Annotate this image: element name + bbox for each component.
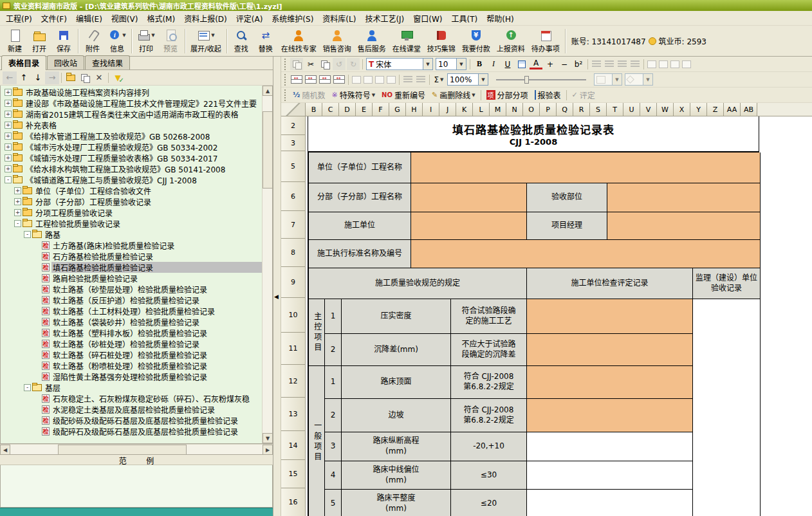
collapse-icon[interactable]: -: [24, 384, 31, 391]
expand-icon[interactable]: +: [5, 154, 12, 161]
dropdown-icon[interactable]: ▼: [423, 59, 432, 69]
tab-table-catalog[interactable]: 表格目录: [1, 55, 46, 70]
expand-icon[interactable]: +: [14, 198, 21, 205]
column-header[interactable]: U: [623, 103, 640, 116]
scroll-left-icon[interactable]: ◀: [0, 445, 10, 455]
row-header[interactable]: 14: [281, 431, 305, 460]
row-header[interactable]: 13: [281, 398, 305, 431]
menu-item[interactable]: 资料上报(D): [180, 11, 232, 26]
align-center-button[interactable]: [605, 60, 614, 68]
scroll-down-icon[interactable]: ▼: [263, 433, 273, 443]
tree-item[interactable]: 检软土路基（砂桩处理）检验批质量检验记录: [1, 338, 262, 349]
delete-node-button[interactable]: ✕: [92, 71, 106, 84]
row-header[interactable]: 8: [281, 239, 305, 267]
column-header[interactable]: H: [406, 103, 423, 116]
item-eval-input[interactable]: [527, 490, 693, 516]
find-button[interactable]: 查找: [229, 27, 254, 55]
row-header[interactable]: 16: [281, 488, 305, 516]
column-header[interactable]: X: [674, 103, 690, 116]
column-header[interactable]: J: [439, 103, 456, 116]
column-header[interactable]: AA: [724, 103, 741, 116]
select-all-corner[interactable]: [281, 103, 306, 116]
filter-button[interactable]: ▼✓: [111, 71, 125, 84]
tree-item[interactable]: +补充表格: [1, 120, 262, 131]
item-eval-input[interactable]: [527, 366, 693, 399]
toolbar-grip[interactable]: [284, 74, 287, 86]
border-all-button[interactable]: [647, 60, 656, 68]
merge-across-button[interactable]: [305, 75, 317, 84]
tree-item[interactable]: 检水泥稳定土类基层及底基层检验批质量检验记录: [1, 404, 262, 415]
supervise-record-cell[interactable]: [693, 299, 761, 516]
slider-thumb[interactable]: [524, 76, 529, 84]
column-header[interactable]: E: [356, 103, 373, 116]
insert-column-button[interactable]: [364, 76, 373, 84]
print-button[interactable]: ▼打印: [134, 27, 158, 55]
back-arrow-icon[interactable]: ←: [3, 71, 17, 84]
standard-name-input[interactable]: [411, 240, 761, 268]
subunit-name-input[interactable]: [411, 183, 527, 212]
menu-item[interactable]: 窗口(W): [409, 11, 447, 26]
down-arrow-icon[interactable]: ↓: [31, 71, 45, 84]
copy-button[interactable]: [318, 58, 331, 70]
bold-button[interactable]: B: [473, 58, 486, 70]
tree-item[interactable]: +《给排水管道工程施工及验收规范》GB 50268-2008: [1, 131, 262, 142]
column-header[interactable]: G: [389, 103, 406, 116]
tab-recycle-bin[interactable]: 回收站: [47, 55, 84, 69]
tree-item[interactable]: 检湿陷性黄土路基强夯处理检验批质量检验记录: [1, 371, 262, 382]
tree-item[interactable]: +市政基础设施工程档案资料内容排列: [1, 87, 262, 98]
dropdown-icon[interactable]: ▼: [478, 74, 488, 85]
row-header[interactable]: 10: [281, 298, 305, 333]
row-height-button[interactable]: [416, 76, 425, 83]
expand-icon[interactable]: +: [5, 111, 12, 118]
tree-item[interactable]: 检软土路基（粉喷桩处理）检验批质量检验记录: [1, 360, 262, 371]
tree-item[interactable]: -路基: [1, 229, 262, 240]
tree-item[interactable]: 检软土路基（反压护道）检验批质量检验记录: [1, 295, 262, 306]
item-eval-input[interactable]: [527, 334, 693, 366]
underline-button[interactable]: U: [501, 58, 514, 70]
menu-item[interactable]: 帮助(H): [482, 11, 518, 26]
scroll-up-icon[interactable]: ▲: [263, 86, 273, 96]
copy-node-button[interactable]: [78, 71, 92, 84]
subitem-button[interactable]: 项分部分项: [483, 89, 531, 102]
tree-item[interactable]: 检软土路基（塑料排水板）检验批质量检验记录: [1, 327, 262, 338]
tree-item[interactable]: +建设部《市政基础设施工程施工技术文件管理规定》221号文件主要: [1, 98, 262, 109]
align-left-button[interactable]: [592, 60, 601, 68]
up-arrow-icon[interactable]: ↑: [17, 71, 31, 84]
column-header[interactable]: F: [373, 103, 389, 116]
tree-item[interactable]: +分项工程质量验收记录: [1, 207, 262, 218]
dropdown-icon[interactable]: ▼: [643, 74, 652, 85]
dropdown-icon[interactable]: ▼: [456, 59, 466, 69]
font-family-select[interactable]: T宋体▼: [366, 58, 433, 70]
delete-column-button[interactable]: [387, 76, 396, 84]
menu-item[interactable]: 工程(P): [1, 11, 37, 26]
menu-item[interactable]: 格式(M): [142, 11, 180, 26]
merge-cells-button[interactable]: [291, 75, 302, 84]
expand-collapse-button[interactable]: ▼展开/收起: [187, 27, 225, 55]
column-header[interactable]: K: [456, 103, 473, 116]
column-header[interactable]: I: [423, 103, 439, 116]
italic-button[interactable]: I: [487, 58, 500, 70]
tree-item[interactable]: 检软土路基（碎石桩处理）检验批质量检验记录: [1, 349, 262, 360]
scroll-right-icon[interactable]: ▶: [263, 445, 273, 455]
redo-button[interactable]: ↻: [347, 58, 360, 70]
tree-item[interactable]: +《城市污水处理厂工程质量验收规范》GB 50334-2002: [1, 142, 262, 152]
dropdown-icon[interactable]: ▼: [440, 77, 443, 82]
dropdown-icon[interactable]: ▼: [122, 33, 125, 38]
acceptance-part-input[interactable]: [607, 183, 761, 212]
column-header[interactable]: M: [490, 103, 506, 116]
item-eval-input[interactable]: [527, 399, 693, 432]
column-header[interactable]: D: [339, 103, 356, 116]
after-sales-button[interactable]: 售后服务: [355, 27, 389, 55]
menu-item[interactable]: 系统维护(S): [267, 11, 318, 26]
zoom-slider[interactable]: [496, 79, 586, 80]
menu-item[interactable]: 工具(T): [447, 11, 483, 26]
new-button[interactable]: 新建: [3, 27, 27, 55]
column-header[interactable]: AB: [741, 103, 757, 116]
column-header[interactable]: S: [590, 103, 607, 116]
upload-data-button[interactable]: 上报资料: [494, 27, 528, 55]
column-header[interactable]: P: [540, 103, 557, 116]
online-class-button[interactable]: 在线课堂: [389, 27, 424, 55]
tree-item[interactable]: +《城镇污水处理厂工程质量验收表格》GB 50334-2017: [1, 152, 262, 163]
font-size-select[interactable]: 10▼: [436, 58, 466, 70]
collapse-icon[interactable]: -: [5, 176, 12, 183]
